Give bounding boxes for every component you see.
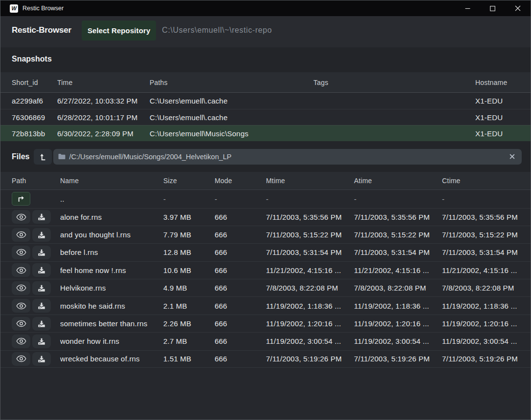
preview-file-button[interactable] xyxy=(12,210,30,224)
file-ctime: 7/8/2003, 8:22:08 PM xyxy=(442,284,519,292)
preview-file-button[interactable] xyxy=(12,335,30,348)
preview-file-button[interactable] xyxy=(12,317,30,331)
file-row[interactable]: moskito he said.rns2.1 MB66611/19/2002, … xyxy=(0,296,531,314)
file-mtime: 7/8/2003, 8:22:08 PM xyxy=(266,284,354,292)
file-atime: 7/11/2003, 5:15:22 PM xyxy=(354,231,442,239)
snapshot-row[interactable]: 72b813bb6/30/2022, 2:28:09 PMC:\Users\em… xyxy=(0,125,531,141)
file-mtime: 7/11/2003, 5:31:54 PM xyxy=(266,248,354,256)
files-column-header[interactable]: Mode xyxy=(215,177,266,185)
snapshot-row[interactable]: a2299af66/27/2022, 10:03:32 PMC:\Users\e… xyxy=(0,93,531,109)
file-size: 3.97 MB xyxy=(163,213,215,221)
download-file-button[interactable] xyxy=(32,210,51,224)
clear-path-icon xyxy=(509,154,515,159)
file-row[interactable]: sometimes better than.rns2.26 MB66611/19… xyxy=(0,315,531,332)
close-button[interactable] xyxy=(506,0,531,16)
file-row[interactable]: wrecked because of.rns1.51 MB6667/11/200… xyxy=(0,350,531,368)
snapshots-section-header: Snapshots xyxy=(0,47,531,72)
parent-directory-row[interactable]: ..----- xyxy=(0,190,531,208)
preview-file-button[interactable] xyxy=(12,281,30,295)
file-atime: 7/11/2003, 5:19:26 PM xyxy=(354,355,442,363)
download-icon xyxy=(37,212,46,221)
file-ctime: 7/11/2003, 5:19:26 PM xyxy=(442,355,519,363)
file-mode: 666 xyxy=(215,213,266,221)
file-size: 7.79 MB xyxy=(163,231,215,239)
files-column-header[interactable]: Ctime xyxy=(442,177,519,185)
titlebar[interactable]: W Restic Browser xyxy=(0,0,531,16)
file-mtime: 11/19/2002, 1:18:36 ... xyxy=(266,302,354,310)
navigate-up-button[interactable] xyxy=(34,149,52,165)
files-column-header[interactable]: Atime xyxy=(354,177,442,185)
file-ctime: 11/19/2002, 3:00:54 ... xyxy=(442,337,519,345)
snapshot-time: 6/28/2022, 10:01:17 PM xyxy=(57,113,150,122)
download-file-button[interactable] xyxy=(32,352,51,366)
parent-row-atime: - xyxy=(354,195,442,203)
file-mtime: 7/11/2003, 5:19:26 PM xyxy=(266,355,354,363)
parent-row-mtime: - xyxy=(266,195,354,203)
download-file-button[interactable] xyxy=(32,317,51,331)
files-column-header[interactable]: Size xyxy=(163,177,215,185)
file-atime: 7/8/2003, 8:22:08 PM xyxy=(354,284,442,292)
files-column-header[interactable]: Name xyxy=(60,177,163,185)
download-icon xyxy=(37,266,46,274)
download-file-button[interactable] xyxy=(32,299,51,313)
snapshots-column-header[interactable]: Short_id xyxy=(12,79,57,86)
file-atime: 7/11/2003, 5:31:54 PM xyxy=(354,248,442,256)
eye-icon xyxy=(16,213,26,221)
snapshot-paths: C:\Users\emuell\Music\Songs xyxy=(150,129,313,138)
files-column-header[interactable]: Mtime xyxy=(266,177,354,185)
select-repository-button[interactable]: Select Repository xyxy=(82,21,156,41)
file-row[interactable]: wonder how it.rns2.7 MB66611/19/2002, 3:… xyxy=(0,332,531,350)
snapshots-table: Short_idTimePathsTagsHostname a2299af66/… xyxy=(0,72,531,141)
files-toolbar: Files xyxy=(0,141,531,172)
download-file-button[interactable] xyxy=(32,246,51,259)
preview-file-button[interactable] xyxy=(12,299,30,313)
maximize-button[interactable] xyxy=(480,0,506,16)
file-row[interactable]: alone for.rns3.97 MB6667/11/2003, 5:35:5… xyxy=(0,208,531,226)
download-file-button[interactable] xyxy=(32,228,51,242)
preview-file-button[interactable] xyxy=(12,246,30,259)
window-controls xyxy=(455,0,531,16)
snapshot-row[interactable]: 763068696/28/2022, 10:01:17 PMC:\Users\e… xyxy=(0,109,531,125)
file-row[interactable]: feel home now !.rns10.6 MB66611/21/2002,… xyxy=(0,261,531,279)
snapshots-column-header[interactable]: Hostname xyxy=(475,79,519,86)
file-row[interactable]: before l.rns12.8 MB6667/11/2003, 5:31:54… xyxy=(0,243,531,261)
minimize-button[interactable] xyxy=(455,0,481,16)
preview-file-button[interactable] xyxy=(12,228,30,242)
download-file-button[interactable] xyxy=(32,263,51,277)
file-name: Helvikone.rns xyxy=(60,284,163,292)
file-name: wrecked because of.rns xyxy=(60,355,163,363)
snapshots-column-header[interactable]: Paths xyxy=(150,79,313,86)
eye-icon xyxy=(16,267,26,274)
file-atime: 11/19/2002, 1:20:16 ... xyxy=(354,319,442,328)
file-size: 2.1 MB xyxy=(163,302,215,310)
file-name: sometimes better than.rns xyxy=(60,319,163,328)
snapshot-time: 6/30/2022, 2:28:09 PM xyxy=(57,129,150,138)
preview-file-button[interactable] xyxy=(12,352,30,366)
download-file-button[interactable] xyxy=(32,281,51,295)
download-icon xyxy=(37,231,46,239)
file-size: 10.6 MB xyxy=(163,266,215,274)
app-header: Restic-Browser Select Repository C:\User… xyxy=(0,16,531,47)
file-row[interactable]: and you thought l.rns7.79 MB6667/11/2003… xyxy=(0,226,531,243)
files-column-header[interactable]: Path xyxy=(12,177,60,185)
file-row[interactable]: Helvikone.rns4.9 MB6667/8/2003, 8:22:08 … xyxy=(0,279,531,296)
download-file-button[interactable] xyxy=(32,335,51,348)
snapshots-column-header[interactable]: Tags xyxy=(313,79,475,86)
file-ctime: 7/11/2003, 5:35:56 PM xyxy=(442,213,519,221)
file-mtime: 7/11/2003, 5:35:56 PM xyxy=(266,213,354,221)
file-ctime: 7/11/2003, 5:31:54 PM xyxy=(442,248,519,256)
file-ctime: 7/11/2003, 5:15:22 PM xyxy=(442,231,519,239)
snapshots-column-header[interactable]: Time xyxy=(57,79,150,86)
file-name: wonder how it.rns xyxy=(60,337,163,345)
preview-file-button[interactable] xyxy=(12,263,30,277)
file-size: 12.8 MB xyxy=(163,248,215,256)
app-title: Restic-Browser xyxy=(12,25,71,35)
download-icon xyxy=(37,248,46,257)
file-mtime: 11/21/2002, 4:15:16 ... xyxy=(266,266,354,274)
go-to-parent-directory-button[interactable] xyxy=(12,192,30,206)
current-path-input[interactable] xyxy=(69,153,509,161)
eye-icon xyxy=(16,231,26,238)
file-name: before l.rns xyxy=(60,248,163,256)
file-mode: 666 xyxy=(215,302,266,310)
clear-path-button[interactable] xyxy=(509,153,516,160)
